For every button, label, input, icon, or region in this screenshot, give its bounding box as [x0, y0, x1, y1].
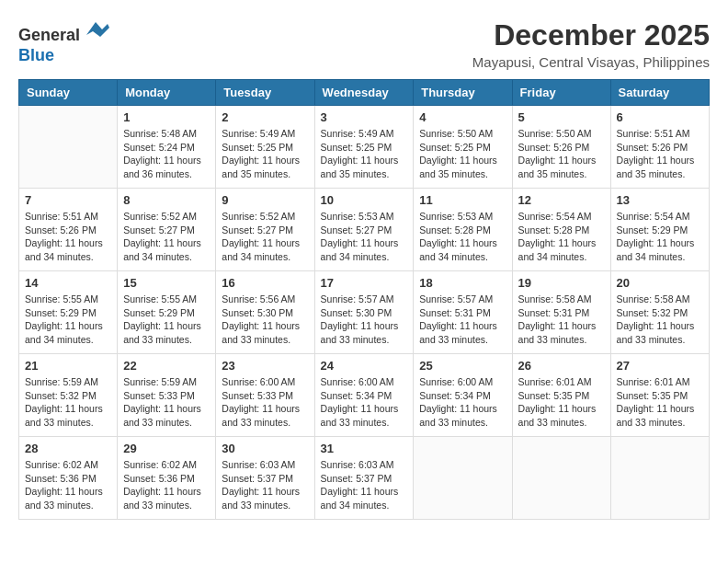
calendar-cell: 11Sunrise: 5:53 AMSunset: 5:28 PMDayligh… [414, 189, 512, 271]
day-number: 12 [518, 193, 605, 207]
calendar-cell: 7Sunrise: 5:51 AMSunset: 5:26 PMDaylight… [19, 189, 118, 271]
day-number: 2 [222, 110, 308, 124]
week-row-2: 7Sunrise: 5:51 AMSunset: 5:26 PMDaylight… [19, 189, 710, 271]
calendar-cell: 3Sunrise: 5:49 AMSunset: 5:25 PMDaylight… [314, 106, 414, 189]
weekday-header-friday: Friday [512, 80, 610, 106]
calendar-cell: 23Sunrise: 6:00 AMSunset: 5:33 PMDayligh… [216, 354, 314, 437]
week-row-5: 28Sunrise: 6:02 AMSunset: 5:36 PMDayligh… [19, 437, 710, 520]
day-number: 10 [321, 193, 408, 207]
day-info: Sunrise: 5:51 AMSunset: 5:26 PMDaylight:… [25, 210, 111, 264]
day-number: 31 [321, 442, 408, 455]
day-number: 16 [222, 276, 308, 290]
title-section: December 2025 Mayapusi, Central Visayas,… [472, 18, 710, 70]
day-number: 20 [617, 276, 703, 290]
week-row-3: 14Sunrise: 5:55 AMSunset: 5:29 PMDayligh… [19, 271, 710, 354]
day-info: Sunrise: 5:52 AMSunset: 5:27 PMDaylight:… [123, 210, 210, 264]
day-info: Sunrise: 6:03 AMSunset: 5:37 PMDaylight:… [222, 458, 308, 512]
weekday-header-thursday: Thursday [414, 80, 512, 106]
calendar-cell: 9Sunrise: 5:52 AMSunset: 5:27 PMDaylight… [216, 189, 314, 271]
day-info: Sunrise: 5:56 AMSunset: 5:30 PMDaylight:… [222, 293, 308, 347]
day-number: 13 [617, 193, 703, 207]
day-number: 5 [518, 110, 605, 124]
day-number: 19 [518, 276, 605, 290]
day-info: Sunrise: 5:55 AMSunset: 5:29 PMDaylight:… [123, 293, 210, 347]
day-info: Sunrise: 5:58 AMSunset: 5:31 PMDaylight:… [518, 293, 605, 347]
calendar-cell: 25Sunrise: 6:00 AMSunset: 5:34 PMDayligh… [414, 354, 512, 437]
day-number: 24 [321, 359, 408, 373]
calendar-cell: 10Sunrise: 5:53 AMSunset: 5:27 PMDayligh… [314, 189, 414, 271]
day-info: Sunrise: 5:58 AMSunset: 5:32 PMDaylight:… [617, 293, 703, 347]
location-text: Mayapusi, Central Visayas, Philippines [472, 54, 710, 70]
month-title: December 2025 [472, 18, 710, 52]
day-info: Sunrise: 6:00 AMSunset: 5:34 PMDaylight:… [419, 375, 506, 430]
calendar-cell: 13Sunrise: 5:54 AMSunset: 5:29 PMDayligh… [610, 189, 709, 271]
calendar-cell: 27Sunrise: 6:01 AMSunset: 5:35 PMDayligh… [610, 354, 709, 437]
calendar-cell: 29Sunrise: 6:02 AMSunset: 5:36 PMDayligh… [118, 437, 216, 520]
day-info: Sunrise: 5:50 AMSunset: 5:25 PMDaylight:… [419, 127, 506, 181]
day-number: 11 [419, 193, 506, 207]
day-number: 14 [25, 276, 111, 290]
day-number: 28 [25, 442, 111, 455]
day-number: 23 [222, 359, 308, 373]
day-info: Sunrise: 5:48 AMSunset: 5:24 PMDaylight:… [123, 127, 210, 181]
day-info: Sunrise: 5:54 AMSunset: 5:29 PMDaylight:… [617, 210, 703, 264]
logo: General Blue [18, 18, 109, 65]
day-number: 7 [25, 193, 111, 207]
day-info: Sunrise: 5:57 AMSunset: 5:31 PMDaylight:… [419, 293, 506, 347]
day-number: 3 [321, 110, 408, 124]
day-info: Sunrise: 6:02 AMSunset: 5:36 PMDaylight:… [25, 458, 111, 512]
day-number: 6 [617, 110, 703, 124]
calendar-cell: 24Sunrise: 6:00 AMSunset: 5:34 PMDayligh… [314, 354, 414, 437]
logo-general-text: General [18, 26, 80, 44]
day-number: 26 [518, 359, 605, 373]
day-number: 27 [617, 359, 703, 373]
calendar-cell [512, 437, 610, 520]
calendar-cell: 31Sunrise: 6:03 AMSunset: 5:37 PMDayligh… [314, 437, 414, 520]
calendar-cell: 30Sunrise: 6:03 AMSunset: 5:37 PMDayligh… [216, 437, 314, 520]
calendar-cell: 20Sunrise: 5:58 AMSunset: 5:32 PMDayligh… [610, 271, 709, 354]
day-info: Sunrise: 5:54 AMSunset: 5:28 PMDaylight:… [518, 210, 605, 264]
day-info: Sunrise: 6:02 AMSunset: 5:36 PMDaylight:… [123, 458, 210, 512]
logo-bird-icon [82, 18, 109, 40]
page-header: General Blue December 2025 Mayapusi, Cen… [18, 18, 710, 70]
day-number: 4 [419, 110, 506, 124]
weekday-header-row: SundayMondayTuesdayWednesdayThursdayFrid… [19, 80, 710, 106]
day-info: Sunrise: 5:59 AMSunset: 5:32 PMDaylight:… [25, 375, 111, 430]
day-number: 8 [123, 193, 210, 207]
day-info: Sunrise: 5:57 AMSunset: 5:30 PMDaylight:… [321, 293, 408, 347]
day-info: Sunrise: 5:53 AMSunset: 5:27 PMDaylight:… [321, 210, 408, 264]
calendar-cell: 22Sunrise: 5:59 AMSunset: 5:33 PMDayligh… [118, 354, 216, 437]
calendar-cell: 14Sunrise: 5:55 AMSunset: 5:29 PMDayligh… [19, 271, 118, 354]
day-number: 29 [123, 442, 210, 455]
calendar-table: SundayMondayTuesdayWednesdayThursdayFrid… [18, 79, 710, 520]
calendar-cell: 1Sunrise: 5:48 AMSunset: 5:24 PMDaylight… [118, 106, 216, 189]
svg-marker-0 [86, 22, 109, 37]
day-info: Sunrise: 5:51 AMSunset: 5:26 PMDaylight:… [617, 127, 703, 181]
day-info: Sunrise: 6:01 AMSunset: 5:35 PMDaylight:… [518, 375, 605, 430]
weekday-header-monday: Monday [118, 80, 216, 106]
calendar-cell: 5Sunrise: 5:50 AMSunset: 5:26 PMDaylight… [512, 106, 610, 189]
calendar-cell: 16Sunrise: 5:56 AMSunset: 5:30 PMDayligh… [216, 271, 314, 354]
day-info: Sunrise: 5:55 AMSunset: 5:29 PMDaylight:… [25, 293, 111, 347]
day-number: 30 [222, 442, 308, 455]
day-info: Sunrise: 5:59 AMSunset: 5:33 PMDaylight:… [123, 375, 210, 430]
week-row-4: 21Sunrise: 5:59 AMSunset: 5:32 PMDayligh… [19, 354, 710, 437]
day-info: Sunrise: 6:03 AMSunset: 5:37 PMDaylight:… [321, 458, 408, 512]
calendar-cell: 2Sunrise: 5:49 AMSunset: 5:25 PMDaylight… [216, 106, 314, 189]
day-info: Sunrise: 6:00 AMSunset: 5:33 PMDaylight:… [222, 375, 308, 430]
calendar-cell: 21Sunrise: 5:59 AMSunset: 5:32 PMDayligh… [19, 354, 118, 437]
weekday-header-sunday: Sunday [19, 80, 118, 106]
day-info: Sunrise: 5:50 AMSunset: 5:26 PMDaylight:… [518, 127, 605, 181]
day-number: 15 [123, 276, 210, 290]
day-info: Sunrise: 5:49 AMSunset: 5:25 PMDaylight:… [222, 127, 308, 181]
calendar-cell: 26Sunrise: 6:01 AMSunset: 5:35 PMDayligh… [512, 354, 610, 437]
day-number: 18 [419, 276, 506, 290]
calendar-cell: 6Sunrise: 5:51 AMSunset: 5:26 PMDaylight… [610, 106, 709, 189]
day-info: Sunrise: 5:52 AMSunset: 5:27 PMDaylight:… [222, 210, 308, 264]
day-number: 22 [123, 359, 210, 373]
day-number: 17 [321, 276, 408, 290]
logo-blue-text: Blue [18, 46, 54, 64]
calendar-cell [414, 437, 512, 520]
day-number: 25 [419, 359, 506, 373]
calendar-cell: 17Sunrise: 5:57 AMSunset: 5:30 PMDayligh… [314, 271, 414, 354]
